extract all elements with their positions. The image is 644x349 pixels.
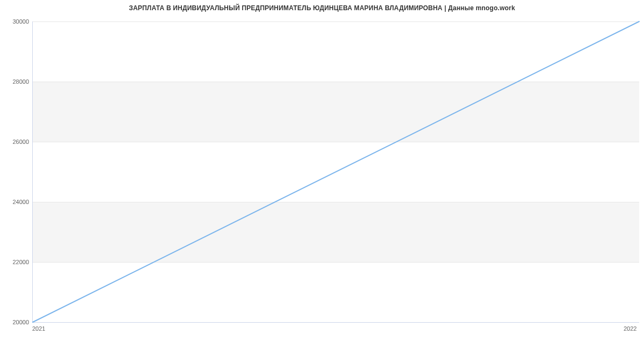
data-series-line	[33, 21, 639, 322]
line-layer	[33, 21, 639, 322]
y-tick-label: 26000	[2, 139, 29, 145]
x-tick-label: 2022	[624, 325, 636, 332]
x-tick-label: 2021	[32, 325, 45, 332]
y-tick-label: 28000	[2, 78, 29, 85]
chart-container: ЗАРПЛАТА В ИНДИВИДУАЛЬНЫЙ ПРЕДПРИНИМАТЕЛ…	[0, 0, 644, 349]
y-tick-label: 20000	[2, 319, 29, 325]
chart-title: ЗАРПЛАТА В ИНДИВИДУАЛЬНЫЙ ПРЕДПРИНИМАТЕЛ…	[0, 4, 644, 12]
y-tick-label: 22000	[2, 259, 29, 265]
plot-area	[32, 21, 639, 323]
y-tick-label: 30000	[2, 18, 29, 25]
y-tick-label: 24000	[2, 199, 29, 205]
